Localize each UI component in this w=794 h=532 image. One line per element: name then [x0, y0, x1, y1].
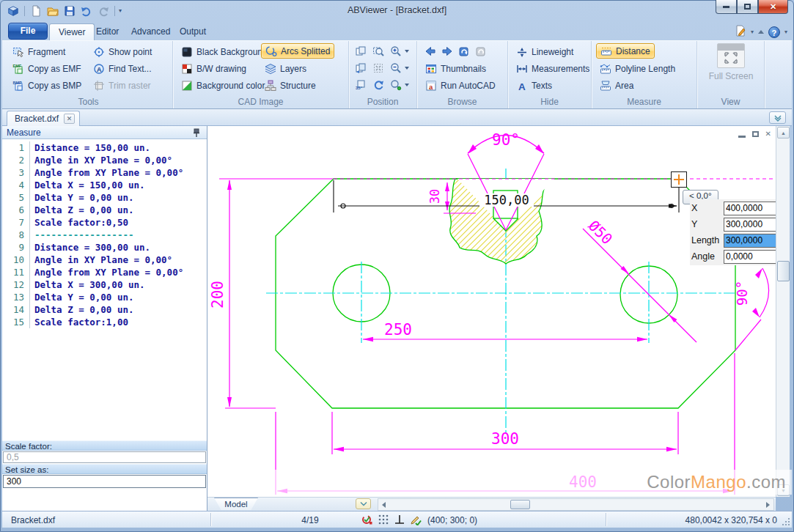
mdi-close-icon[interactable]: ✕ — [765, 130, 771, 138]
pin-icon[interactable] — [192, 128, 201, 138]
distance-tool-toggle[interactable]: Distance — [596, 43, 655, 59]
document-tab-bracket[interactable]: Bracket.dxf ✕ — [7, 111, 80, 126]
thumbnails-icon — [425, 63, 437, 75]
measure-output-list[interactable]: 1Distance = 150,00 un.2Angle in XY Plane… — [2, 139, 207, 440]
zoom-out-icon[interactable] — [389, 61, 403, 75]
set-size-input[interactable] — [3, 475, 206, 488]
grid-icon[interactable] — [378, 514, 389, 528]
lineweight-toggle[interactable]: Lineweight — [512, 44, 577, 59]
dim-90-right: 90° — [734, 281, 750, 306]
next-view-icon[interactable] — [474, 44, 488, 59]
bracket-drawing: 90° 200 30 250 300 400 Ø50 90° 150,00 — [207, 126, 776, 497]
layers-icon — [265, 63, 276, 75]
polyline-length-tool[interactable]: Polyline Length — [596, 61, 679, 76]
scale-factor-input[interactable] — [3, 451, 206, 463]
forward-icon[interactable] — [440, 44, 455, 59]
measurements-toggle[interactable]: Measurements — [512, 61, 593, 76]
dim-150: 150,00 — [484, 193, 529, 207]
fragment-button[interactable]: Fragment — [9, 44, 69, 59]
svg-text:a: a — [429, 83, 433, 91]
bw-drawing-button[interactable]: B/W drawing — [177, 61, 250, 76]
back-icon[interactable] — [423, 44, 438, 59]
fit-to-screen-icon[interactable] — [371, 61, 386, 75]
resize-grip[interactable] — [782, 517, 790, 526]
zoom-window-icon[interactable] — [371, 44, 386, 59]
black-background-button[interactable]: Black Background — [177, 44, 271, 59]
trim-raster-button[interactable]: Trim raster — [89, 78, 155, 93]
rotate-view-icon[interactable]: 35° — [353, 78, 368, 92]
run-autocad-button[interactable]: a Run AutoCAD — [422, 78, 499, 93]
close-button[interactable]: ✕ — [758, 0, 788, 14]
y-input[interactable] — [724, 218, 776, 232]
ribbon-group-position: 35° Position — [349, 41, 417, 108]
copy-as-emf-button[interactable]: EMF Copy as EMF — [9, 61, 85, 76]
angle-input[interactable] — [724, 250, 776, 264]
vertical-scroll-thumb[interactable] — [777, 261, 790, 281]
x-input[interactable] — [724, 202, 776, 215]
measure-panel-header[interactable]: Measure — [2, 126, 207, 139]
thumbnails-button[interactable]: Thumbnails — [422, 61, 490, 76]
mdi-minimize-icon[interactable] — [738, 136, 746, 138]
tabbar-expand-icon[interactable] — [769, 111, 786, 124]
previous-view-icon[interactable] — [457, 44, 471, 59]
bw-drawing-icon — [181, 63, 193, 75]
minimize-button[interactable] — [716, 0, 737, 14]
scroll-left-icon[interactable] — [382, 502, 386, 508]
structure-button[interactable]: Structure — [261, 78, 320, 93]
y-label: Y — [691, 219, 724, 229]
tab-close-icon[interactable]: ✕ — [64, 114, 75, 124]
length-input[interactable] — [724, 234, 776, 248]
measure-line: 5Delta Y = 0,00 un. — [2, 191, 207, 204]
tab-file[interactable]: File — [8, 23, 48, 40]
zoom-in-icon[interactable] — [389, 44, 403, 59]
layers-button[interactable]: Layers — [261, 61, 310, 76]
zoom-in-dropdown-icon[interactable] — [405, 50, 409, 53]
area-tool[interactable]: Area — [596, 78, 637, 93]
copy-as-bmp-button[interactable]: BMP Copy as BMP — [9, 78, 85, 93]
window-title: ABViewer - [Bracket.dxf] — [0, 5, 794, 15]
tab-model[interactable]: Model — [214, 498, 258, 510]
annotate-icon[interactable] — [735, 25, 746, 39]
annotate-dropdown-icon[interactable]: ▾ — [751, 29, 754, 35]
arcs-splitted-toggle[interactable]: Arcs Splitted — [261, 43, 334, 59]
find-text-button[interactable]: A Find Text... — [89, 61, 155, 76]
copy-view-icon[interactable] — [353, 44, 368, 59]
run-autocad-icon: a — [425, 80, 437, 92]
status-drawing-size: 480,0042 x 320,754 x 0 — [685, 515, 777, 525]
tab-output[interactable]: Output — [171, 23, 215, 40]
canvas-vertical-scrollbar[interactable]: ▲ ▼ — [776, 126, 790, 497]
measure-line: 10Angle in XY Plane = 0,00° — [2, 254, 207, 266]
dim-250: 250 — [384, 321, 412, 339]
background-color-button[interactable]: Background color — [177, 78, 268, 93]
horizontal-scroll-thumb[interactable] — [510, 500, 530, 509]
refresh-icon[interactable] — [371, 78, 386, 92]
ortho-icon[interactable] — [394, 514, 405, 528]
coordinate-input-panel: X Y Length Angle — [690, 199, 776, 265]
help-dropdown-icon[interactable]: ▾ — [784, 29, 787, 35]
copy-as-emf-icon: EMF — [12, 63, 24, 75]
mdi-restore-icon[interactable] — [752, 131, 759, 137]
maximize-button[interactable] — [737, 0, 758, 14]
scroll-up-icon[interactable]: ▲ — [777, 127, 790, 138]
texts-toggle[interactable]: A Texts — [512, 78, 556, 93]
layout-tab-bar: Model — [207, 497, 776, 511]
angle-label: Angle — [691, 251, 724, 262]
measure-line: 7Scale factor:0,50 — [2, 216, 207, 229]
osnap-icon[interactable] — [410, 514, 422, 528]
zoom-extents-icon[interactable] — [389, 78, 403, 92]
area-icon — [600, 80, 611, 92]
help-icon[interactable]: ? — [768, 26, 780, 38]
scroll-right-icon[interactable] — [766, 502, 770, 508]
collapse-ribbon-icon[interactable] — [758, 30, 764, 34]
ribbon-group-browse: Thumbnails a Run AutoCAD Browse — [417, 41, 508, 108]
full-screen-button[interactable]: Full Screen — [702, 43, 760, 90]
canvas-horizontal-scrollbar[interactable] — [378, 498, 774, 511]
drawing-canvas[interactable]: 90° 200 30 250 300 400 Ø50 90° 150,00 ✕ … — [207, 126, 776, 497]
snap-icon[interactable] — [361, 514, 373, 528]
show-point-button[interactable]: Show point — [89, 44, 155, 59]
ribbon-group-measure: Distance Polyline Length Area Measure — [592, 41, 697, 108]
zoom-out-dropdown-icon[interactable] — [405, 67, 409, 70]
paste-view-icon[interactable] — [353, 61, 368, 75]
zoom-extents-dropdown-icon[interactable] — [405, 84, 409, 86]
layout-list-icon[interactable] — [356, 498, 371, 509]
